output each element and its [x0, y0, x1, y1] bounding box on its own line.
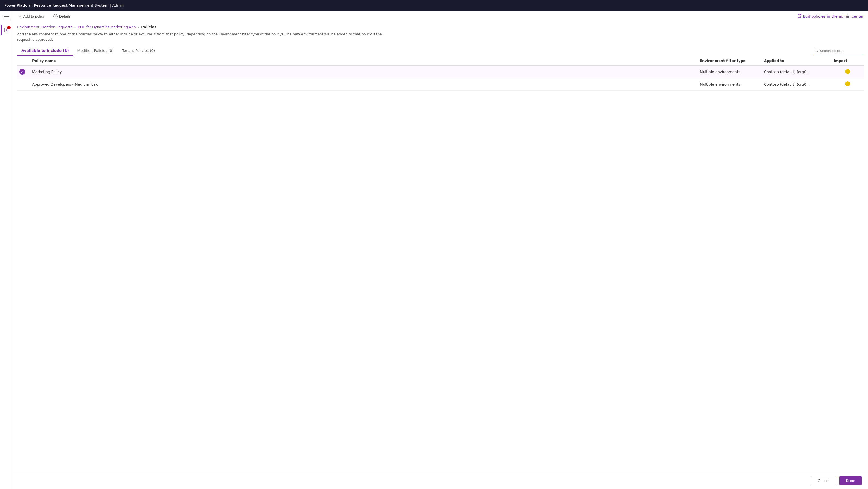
svg-line-7	[817, 51, 818, 52]
breadcrumb-item-2: Policies	[141, 25, 156, 29]
impact-dot	[845, 82, 850, 86]
info-icon: i	[53, 14, 58, 19]
breadcrumb-separator-0: ›	[74, 25, 76, 29]
breadcrumb-item-0[interactable]: Environment Creation Requests	[17, 25, 72, 29]
page-description: Add the environment to one of the polici…	[13, 30, 388, 46]
search-box[interactable]	[813, 47, 864, 54]
plus-icon: +	[19, 14, 22, 19]
tab-available[interactable]: Available to include (3)	[17, 46, 73, 56]
impact-dot	[845, 69, 850, 74]
breadcrumb-item-1[interactable]: POC for Dynamics Marketing App	[78, 25, 136, 29]
details-label: Details	[59, 14, 71, 19]
col-header-impact: Impact	[832, 56, 864, 66]
col-header-applied-to: Applied to	[762, 56, 832, 66]
row-policy-name: Approved Developers - Medium Risk	[30, 78, 698, 91]
row-check-cell[interactable]	[17, 78, 30, 91]
breadcrumb-separator-1: ›	[138, 25, 139, 29]
edit-policies-label: Edit policies in the admin center	[803, 14, 864, 19]
table-row[interactable]: Approved Developers - Medium RiskMultipl…	[17, 78, 864, 91]
row-applied-to: Contoso (default) (org0...	[762, 78, 832, 91]
notification-badge: 1	[7, 26, 11, 29]
search-icon	[814, 48, 818, 53]
add-to-policy-label: Add to policy	[23, 14, 45, 19]
tab-tenant[interactable]: Tenant Policies (0)	[118, 46, 159, 56]
table-header-row: Policy name Environment filter type Appl…	[17, 56, 864, 66]
row-impact	[832, 66, 864, 78]
row-env-filter: Multiple environments	[698, 66, 762, 78]
col-header-check	[17, 56, 30, 66]
row-env-filter: Multiple environments	[698, 78, 762, 91]
external-link-icon	[798, 14, 801, 19]
col-header-env-filter: Environment filter type	[698, 56, 762, 66]
svg-rect-2	[4, 20, 9, 20]
done-button[interactable]: Done	[839, 477, 862, 485]
sidebar: 1	[0, 11, 13, 489]
table-area: Policy name Environment filter type Appl…	[13, 56, 868, 472]
row-check-cell[interactable]: ✓	[17, 66, 30, 78]
title-bar: Power Platform Resource Request Manageme…	[0, 0, 868, 11]
details-button[interactable]: i Details	[52, 13, 72, 20]
sidebar-item-requests[interactable]: 1	[1, 25, 12, 35]
edit-policies-link[interactable]: Edit policies in the admin center	[798, 14, 864, 19]
row-policy-name: Marketing Policy	[30, 66, 698, 78]
svg-rect-1	[4, 18, 9, 19]
search-input[interactable]	[820, 49, 863, 53]
row-applied-to: Contoso (default) (org0...	[762, 66, 832, 78]
table-row[interactable]: ✓Marketing PolicyMultiple environmentsCo…	[17, 66, 864, 78]
policies-table: Policy name Environment filter type Appl…	[17, 56, 864, 91]
breadcrumb: Environment Creation Requests › POC for …	[13, 22, 868, 30]
col-header-policy-name: Policy name	[30, 56, 698, 66]
svg-rect-0	[4, 17, 9, 17]
tabs-bar: Available to include (3) Modified Polici…	[13, 46, 868, 56]
selected-check-icon: ✓	[19, 69, 25, 75]
app-title: Power Platform Resource Request Manageme…	[4, 3, 124, 7]
top-toolbar: + Add to policy i Details Edit policies …	[13, 11, 868, 22]
footer-bar: Cancel Done	[13, 472, 868, 489]
cancel-button[interactable]: Cancel	[811, 476, 836, 485]
add-to-policy-button[interactable]: + Add to policy	[17, 13, 46, 20]
row-impact	[832, 78, 864, 91]
content-area: + Add to policy i Details Edit policies …	[13, 11, 868, 489]
hamburger-menu[interactable]	[1, 13, 12, 24]
tab-modified[interactable]: Modified Policies (0)	[73, 46, 118, 56]
